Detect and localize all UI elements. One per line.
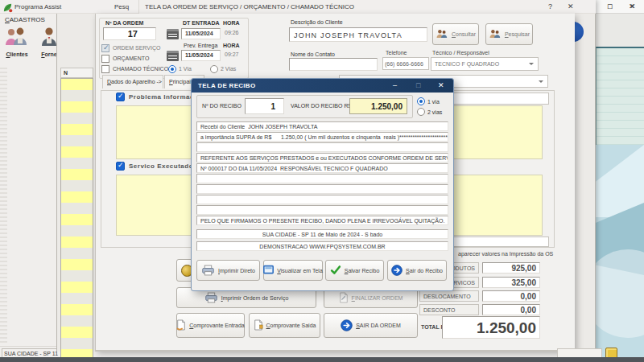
receipt-line[interactable]: PELO QUE FIRMAMOS O PRESENTE RECIBO, DAN… (196, 216, 448, 225)
receipt-via2-radio[interactable] (417, 108, 425, 116)
receipt-line[interactable]: a importância SUPRA de R$ 1.250,00 ( Um … (196, 132, 448, 142)
desktop: □ ✕ Programa Assist CADASTROS APA Client… (0, 0, 644, 362)
type-check-chamado[interactable]: CHAMADO TÉCNICO (101, 65, 168, 73)
receipt-exit-arrow-icon (391, 265, 402, 277)
receipt-number-input[interactable]: 1 (245, 98, 284, 114)
equipment-chevron-down-icon (539, 80, 543, 85)
pesq-window-title: Pesq (114, 3, 129, 10)
pesq-blue-button-edge[interactable] (575, 22, 584, 42)
receipt-number-label: Nº DO RECIBO (202, 103, 242, 109)
technician-value: TECNICO F QUADRADO (435, 61, 499, 67)
ordem-servico-checkbox[interactable] (101, 44, 109, 52)
delivery-date-input[interactable]: 11/05/2024 (181, 50, 221, 61)
receipt-in-button[interactable]: Comprovante Entrada (176, 313, 245, 338)
receipt-line-city-date[interactable]: SUA CIDADE - SP 11 de Maio de 2024 - S b… (196, 229, 448, 239)
background-window-body (596, 14, 644, 47)
orcamento-checkbox[interactable] (101, 55, 109, 63)
app-close-button[interactable]: ✕ (629, 2, 635, 10)
receipt-close-button[interactable]: ✕ (438, 81, 444, 89)
total-row-label-desconto: DESCONTO (419, 304, 479, 315)
receipt-titlebar[interactable]: TELA DE RECIBO – □ ✕ (192, 79, 453, 93)
receipt-preview-button[interactable]: Visualizar em Tela (263, 260, 323, 281)
receipt-print-button[interactable]: Imprimir Direto (196, 260, 260, 281)
chamado-label: CHAMADO TÉCNICO (113, 66, 168, 72)
receipt-via1-label: 1 via (427, 99, 440, 105)
receipt-line[interactable]: REFERENTE AOS SERVIÇOS PRESTADOS e ou EX… (196, 153, 448, 162)
total-row-value-desconto: 0,00 (482, 304, 540, 315)
problem-checkbox[interactable] (116, 93, 125, 101)
contact-label: Nome do Contato (291, 51, 335, 57)
receipt-via2-label: 2 vias (427, 109, 442, 115)
pesquisar-label: Pesquisar (505, 31, 530, 37)
receipt-via-2[interactable]: 2 vias (417, 108, 442, 116)
via1-label: 1 Via (179, 66, 192, 72)
total-row-value-deslocamento: 0,00 (482, 290, 540, 302)
consultar-button[interactable]: Consultar (432, 23, 479, 45)
menu-cadastros[interactable]: CADASTROS (5, 16, 45, 23)
via2-radio[interactable] (210, 65, 218, 73)
receipt-maximize-button[interactable]: □ (416, 81, 420, 89)
type-check-ordem-servico[interactable]: ORDEM SERVIÇO (101, 44, 160, 52)
type-check-orcamento[interactable]: ORÇAMENTO (101, 55, 149, 63)
receipt-via-1[interactable]: 1 via (417, 97, 440, 105)
exit-order-button[interactable]: SAIR DA ORDEM (324, 313, 418, 338)
receipt-dialog: TELA DE RECIBO – □ ✕ Nº DO RECIBO 1 VALO… (191, 78, 454, 291)
pesquisar-button[interactable]: Pesquisar (485, 23, 533, 45)
entry-hora-label: HORA (223, 20, 240, 26)
total-value-box: 1.250,00 (442, 316, 540, 339)
receipt-line[interactable] (196, 184, 448, 194)
receipt-minimize-button[interactable]: – (393, 81, 397, 89)
app-title: Programa Assist (14, 3, 61, 10)
receipt-line[interactable] (196, 174, 448, 183)
tab-dados-aparelho-label: Dados do Aparelho -> (107, 79, 162, 84)
calendar-icon-entrada[interactable] (167, 29, 179, 39)
via-radio-2[interactable]: 2 Vias (210, 65, 236, 73)
toolbar-button-clientes[interactable]: Clientes (2, 27, 31, 64)
client-input[interactable]: JOHN JOSEPH TRAVOLTA (289, 27, 427, 42)
order-number-input[interactable]: 17 (103, 27, 156, 40)
receipt-line-demo[interactable]: DEMONSTRACAO WWW.FPQSYSTEM.COM.BR (196, 241, 448, 251)
via-radio-1[interactable]: 1 Via (168, 65, 192, 73)
receipt-number-value: 1 (270, 102, 275, 111)
receipt-line[interactable]: Nº 000017 DO DIA 11/05/2024 RESPONSÁVEL … (196, 163, 448, 173)
calendar-icon-entrega[interactable] (167, 51, 179, 61)
phone-input[interactable]: (66) 6666-6666 (382, 57, 429, 70)
app-maximize-button[interactable]: □ (608, 2, 612, 10)
receipt-save-button[interactable]: Salvar Recibo (325, 260, 384, 281)
monitor-icon (263, 265, 274, 276)
receipt-line[interactable] (196, 205, 448, 215)
total-row-value-produtos: 925,00 (482, 262, 540, 274)
receipt-via1-radio[interactable] (417, 97, 425, 105)
order-window-titlebar[interactable]: TELA DA ORDEM DE SERVIÇO / ORÇAMENTO / C… (138, 0, 575, 14)
service-check-row[interactable]: Servico Executado: (116, 162, 196, 171)
delivery-date-label: Prev. Entrega (184, 43, 217, 48)
via1-radio[interactable] (168, 65, 176, 73)
client-value: JOHN JOSEPH TRAVOLTA (294, 31, 402, 39)
problem-check-row[interactable]: Problema Informado: (116, 93, 201, 101)
receipt-line[interactable] (196, 195, 448, 204)
finalize-label: FINALIZAR ORDEM (352, 295, 403, 301)
consultar-label: Consultar (452, 31, 476, 37)
technician-select[interactable]: TECNICO F QUADRADO (431, 57, 539, 71)
pesq-grid[interactable] (60, 78, 93, 360)
deslocamento-label: DESLOCAMENTO (423, 294, 471, 299)
fornecedores-person-icon (40, 37, 58, 51)
pesq-window-left-sliver: N (56, 14, 95, 352)
order-help-button[interactable]: ? (548, 2, 552, 10)
receipt-amount-input[interactable]: 1.250,00 (349, 98, 407, 114)
left-gutter (0, 68, 7, 344)
chamado-checkbox[interactable] (101, 65, 109, 73)
receipt-line[interactable] (196, 142, 448, 152)
receipt-out-button[interactable]: Comprovante Saida (249, 313, 320, 338)
pesquisar-people-icon (489, 29, 502, 40)
receipt-line[interactable]: Recebi do Cliente JOHN JOSEPH TRAVOLTA (196, 121, 448, 131)
taskbar[interactable] (0, 357, 644, 362)
service-checkbox[interactable] (116, 162, 125, 171)
order-close-button[interactable]: ✕ (568, 2, 574, 10)
receipt-exit-button[interactable]: Sair do Recibo (387, 260, 447, 281)
entry-date-input[interactable]: 11/05/2024 (181, 28, 221, 39)
contact-input[interactable] (289, 58, 378, 71)
exit-order-label: SAIR DA ORDEM (356, 323, 401, 328)
tab-dados-aparelho[interactable]: Dados do Aparelho -> (102, 75, 163, 88)
receipt-printer-icon (201, 265, 215, 277)
